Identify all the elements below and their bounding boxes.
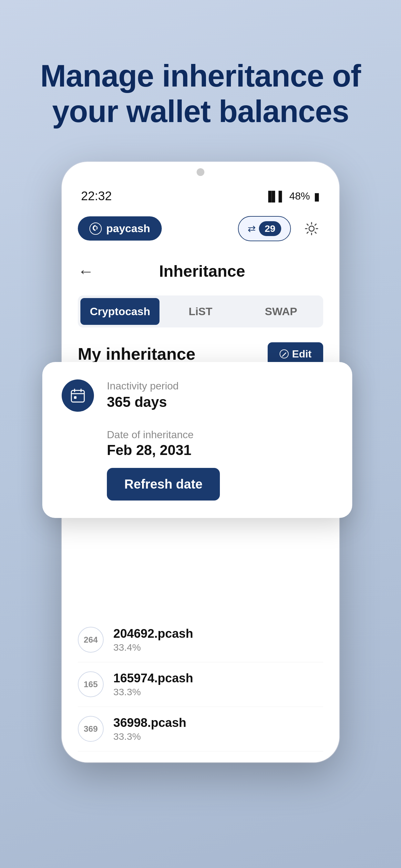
date-value: Feb 28, 2031 bbox=[107, 442, 333, 458]
token-amount: 204692.pcash bbox=[113, 627, 323, 641]
list-item: 369 36998.pcash 33.3% bbox=[78, 707, 323, 751]
token-pct: 33.4% bbox=[113, 642, 323, 653]
edit-label: Edit bbox=[292, 348, 312, 360]
token-avatar: 264 bbox=[78, 627, 104, 653]
token-info: 36998.pcash 33.3% bbox=[113, 716, 323, 742]
swap-badge[interactable]: ⇄ 29 bbox=[238, 216, 291, 241]
tab-cryptocash[interactable]: Cryptocash bbox=[81, 298, 159, 325]
svg-rect-3 bbox=[71, 391, 84, 402]
top-nav-right: ⇄ 29 bbox=[238, 216, 323, 241]
date-label: Date of inheritance bbox=[107, 429, 333, 441]
token-pct: 33.3% bbox=[113, 731, 323, 742]
token-pct: 33.3% bbox=[113, 686, 323, 698]
battery-icon: ▮ bbox=[314, 190, 320, 203]
token-avatar: 369 bbox=[78, 716, 104, 742]
calendar-svg bbox=[69, 387, 86, 404]
status-right: ▐▌▌ 48% ▮ bbox=[265, 190, 320, 203]
phone-mockup: 22:32 ▐▌▌ 48% ▮ paycash ⇄ 29 bbox=[62, 162, 339, 868]
card-divider bbox=[107, 421, 333, 421]
svg-rect-4 bbox=[74, 396, 76, 399]
back-button[interactable]: ← bbox=[78, 259, 100, 284]
hero-section: Manage inheritance of your wallet balanc… bbox=[0, 58, 401, 129]
tabs-bar: Cryptocash LiST SWAP bbox=[78, 296, 323, 328]
list-item: 264 204692.pcash 33.4% bbox=[78, 618, 323, 662]
token-info: 165974.pcash 33.3% bbox=[113, 671, 323, 698]
status-time: 22:32 bbox=[81, 189, 112, 203]
battery-level: 48% bbox=[289, 190, 310, 202]
page-header: ← Inheritance bbox=[62, 252, 339, 290]
page-title: Inheritance bbox=[100, 262, 304, 281]
gear-icon bbox=[304, 221, 319, 236]
tab-swap[interactable]: SWAP bbox=[242, 298, 320, 325]
card-inactivity-row: Inactivity period 365 days bbox=[62, 379, 333, 412]
top-nav: paycash ⇄ 29 bbox=[62, 208, 339, 249]
signal-icon: ▐▌▌ bbox=[265, 191, 285, 202]
card-inactivity-content: Inactivity period 365 days bbox=[107, 379, 333, 410]
tab-list[interactable]: LiST bbox=[161, 298, 240, 325]
list-item: 165 165974.pcash 33.3% bbox=[78, 662, 323, 707]
swap-arrows-icon: ⇄ bbox=[248, 223, 256, 234]
inactivity-label: Inactivity period bbox=[107, 379, 333, 393]
token-amount: 165974.pcash bbox=[113, 671, 323, 685]
token-info: 204692.pcash 33.4% bbox=[113, 627, 323, 653]
paycash-label: paycash bbox=[106, 222, 150, 235]
status-bar: 22:32 ▐▌▌ 48% ▮ bbox=[62, 176, 339, 205]
refresh-date-button[interactable]: Refresh date bbox=[107, 468, 220, 500]
paycash-logo-icon bbox=[89, 222, 102, 235]
swap-count: 29 bbox=[259, 221, 281, 236]
token-avatar: 165 bbox=[78, 671, 104, 697]
token-list: 264 204692.pcash 33.4% 165 165974.pcash … bbox=[62, 618, 339, 751]
inheritance-section-title: My inheritance bbox=[78, 344, 195, 364]
hero-title: Manage inheritance of your wallet balanc… bbox=[19, 58, 382, 129]
camera-dot bbox=[197, 168, 204, 176]
svg-point-0 bbox=[90, 223, 101, 235]
svg-point-1 bbox=[309, 226, 314, 231]
inactivity-value: 365 days bbox=[107, 394, 333, 410]
edit-icon bbox=[279, 349, 289, 359]
calendar-icon bbox=[62, 379, 94, 412]
paycash-logo-badge[interactable]: paycash bbox=[78, 216, 162, 241]
inheritance-card: Inactivity period 365 days Date of inher… bbox=[42, 362, 352, 518]
settings-button[interactable] bbox=[300, 217, 323, 240]
token-amount: 36998.pcash bbox=[113, 716, 323, 730]
